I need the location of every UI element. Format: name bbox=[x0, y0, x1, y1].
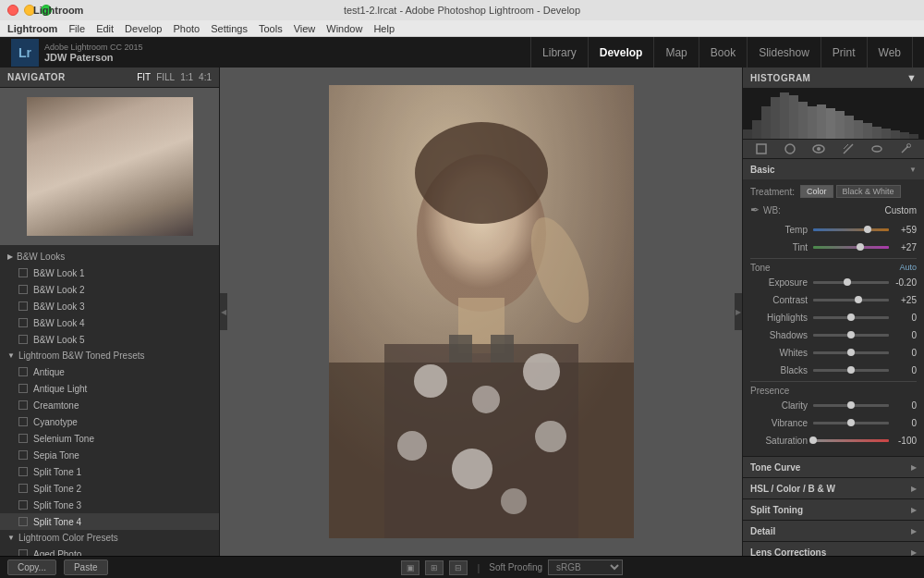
menu-item-photo[interactable]: Photo bbox=[173, 23, 200, 34]
nav-link-book[interactable]: Book bbox=[699, 37, 748, 68]
tint-thumb[interactable] bbox=[857, 243, 864, 251]
detail-arrow: ▶ bbox=[911, 527, 917, 535]
preset-item-bw2[interactable]: B&W Look 2 bbox=[0, 281, 219, 298]
adjustment-brush-icon[interactable] bbox=[896, 140, 915, 158]
whites-track[interactable] bbox=[813, 351, 889, 354]
gradient-tool-icon[interactable] bbox=[839, 140, 857, 158]
zoom-fill[interactable]: FILL bbox=[156, 72, 175, 82]
close-button[interactable] bbox=[7, 5, 18, 16]
highlights-thumb[interactable] bbox=[847, 314, 855, 321]
svg-rect-26 bbox=[826, 108, 835, 139]
copy-button[interactable]: Copy... bbox=[7, 560, 56, 575]
shadows-track[interactable] bbox=[813, 334, 889, 337]
auto-btn[interactable]: Auto bbox=[899, 263, 917, 273]
preset-group-bw-toned[interactable]: ▼ Lightroom B&W Toned Presets bbox=[0, 348, 219, 363]
menu-item-develop[interactable]: Develop bbox=[125, 23, 162, 34]
preset-item-antique[interactable]: Antique bbox=[0, 363, 219, 380]
preset-item-aged[interactable]: Aged Photo bbox=[0, 546, 219, 556]
preset-group-bw-looks[interactable]: ▶ B&W Looks bbox=[0, 249, 219, 264]
nav-link-print[interactable]: Print bbox=[821, 37, 868, 68]
preset-item-cyanotype[interactable]: Cyanotype bbox=[0, 413, 219, 430]
vibrance-track[interactable] bbox=[813, 422, 889, 424]
exposure-track[interactable] bbox=[813, 281, 889, 284]
hsl-panel: HSL / Color / B & W ▶ bbox=[743, 478, 924, 499]
nav-link-library[interactable]: Library bbox=[530, 37, 589, 68]
nav-link-web[interactable]: Web bbox=[868, 37, 913, 68]
tone-curve-header[interactable]: Tone Curve ▶ bbox=[743, 457, 924, 477]
shadows-thumb[interactable] bbox=[847, 331, 855, 338]
svg-point-43 bbox=[907, 144, 911, 148]
exposure-thumb[interactable] bbox=[844, 278, 851, 286]
zoom-4to1[interactable]: 4:1 bbox=[199, 72, 212, 82]
bw-btn[interactable]: Black & White bbox=[836, 185, 901, 198]
nav-link-map[interactable]: Map bbox=[654, 37, 699, 68]
preset-icon bbox=[18, 434, 28, 443]
preset-icon bbox=[18, 467, 28, 476]
preset-item-bw1[interactable]: B&W Look 1 bbox=[0, 264, 219, 281]
saturation-track[interactable] bbox=[813, 439, 889, 442]
collapse-left-button[interactable]: ◀ bbox=[220, 293, 227, 330]
preset-item-bw5[interactable]: B&W Look 5 bbox=[0, 331, 219, 348]
soft-proofing-dropdown[interactable]: sRGB AdobeRGB bbox=[548, 560, 623, 575]
navigator-preview[interactable] bbox=[0, 88, 219, 245]
menu-item-edit[interactable]: Edit bbox=[96, 23, 114, 34]
zoom-fit[interactable]: FIT bbox=[137, 72, 151, 82]
clarity-track[interactable] bbox=[813, 404, 889, 407]
vibrance-thumb[interactable] bbox=[847, 419, 855, 426]
bottom-center: ▣ ⊞ ⊟ | Soft Proofing sRGB AdobeRGB bbox=[401, 560, 623, 575]
menu-item-view[interactable]: View bbox=[294, 23, 316, 34]
preset-item-split4[interactable]: Split Tone 4 bbox=[0, 513, 219, 530]
menu-item-window[interactable]: Window bbox=[326, 23, 362, 34]
menu-item-settings[interactable]: Settings bbox=[211, 23, 248, 34]
preset-icon bbox=[18, 484, 28, 493]
preset-item-selenium[interactable]: Selenium Tone bbox=[0, 430, 219, 447]
radial-tool-icon[interactable] bbox=[868, 140, 886, 158]
detail-header[interactable]: Detail ▶ bbox=[743, 521, 924, 541]
temp-track[interactable] bbox=[813, 228, 889, 231]
preset-item-bw4[interactable]: B&W Look 4 bbox=[0, 314, 219, 331]
temp-thumb[interactable] bbox=[864, 226, 871, 233]
preset-item-split3[interactable]: Split Tone 3 bbox=[0, 497, 219, 513]
contrast-track[interactable] bbox=[813, 299, 889, 301]
view-survey-btn[interactable]: ⊟ bbox=[449, 560, 468, 575]
histogram-expand[interactable]: ▼ bbox=[906, 72, 917, 83]
preset-item-creamtone[interactable]: Creamtone bbox=[0, 397, 219, 413]
menu-item-lightroom[interactable]: Lightroom bbox=[7, 23, 57, 34]
menu-item-file[interactable]: File bbox=[68, 23, 85, 34]
paste-button[interactable]: Paste bbox=[64, 560, 108, 575]
saturation-thumb[interactable] bbox=[809, 437, 817, 444]
preset-label: B&W Look 1 bbox=[33, 268, 85, 278]
tint-track[interactable] bbox=[813, 246, 889, 249]
spot-heal-tool-icon[interactable] bbox=[781, 140, 799, 158]
color-btn[interactable]: Color bbox=[800, 185, 833, 198]
zoom-1to1[interactable]: 1:1 bbox=[180, 72, 193, 82]
blacks-thumb[interactable] bbox=[847, 366, 855, 374]
clarity-thumb[interactable] bbox=[847, 401, 855, 409]
view-loupe-btn[interactable]: ▣ bbox=[401, 560, 419, 575]
preset-item-antique-light[interactable]: Antique Light bbox=[0, 380, 219, 397]
preset-label: Creamtone bbox=[33, 400, 79, 411]
blacks-track[interactable] bbox=[813, 369, 889, 372]
view-compare-btn[interactable]: ⊞ bbox=[425, 560, 444, 575]
nav-link-slideshow[interactable]: Slideshow bbox=[748, 37, 821, 68]
redeye-tool-icon[interactable] bbox=[809, 140, 828, 158]
crop-tool-icon[interactable] bbox=[752, 140, 771, 158]
whites-thumb[interactable] bbox=[847, 349, 855, 356]
collapse-right-button[interactable]: ▶ bbox=[735, 293, 742, 330]
eyedropper-icon[interactable]: ✒ bbox=[750, 203, 760, 216]
highlights-track[interactable] bbox=[813, 316, 889, 319]
preset-group-color[interactable]: ▼ Lightroom Color Presets bbox=[0, 530, 219, 546]
lens-header[interactable]: Lens Corrections ▶ bbox=[743, 542, 924, 556]
menu-item-help[interactable]: Help bbox=[373, 23, 395, 34]
contrast-thumb[interactable] bbox=[855, 296, 862, 303]
lr-logo: Lr Adobe Lightroom CC 2015 JDW Paterson bbox=[11, 39, 143, 67]
nav-link-develop[interactable]: Develop bbox=[589, 37, 655, 68]
preset-item-bw3[interactable]: B&W Look 3 bbox=[0, 298, 219, 314]
preset-item-sepia[interactable]: Sepia Tone bbox=[0, 447, 219, 463]
preset-item-split2[interactable]: Split Tone 2 bbox=[0, 480, 219, 497]
split-toning-header[interactable]: Split Toning ▶ bbox=[743, 499, 924, 520]
basic-panel-header[interactable]: Basic ▼ bbox=[743, 159, 924, 179]
hsl-header[interactable]: HSL / Color / B & W ▶ bbox=[743, 478, 924, 498]
preset-item-split1[interactable]: Split Tone 1 bbox=[0, 463, 219, 480]
menu-item-tools[interactable]: Tools bbox=[259, 23, 283, 34]
